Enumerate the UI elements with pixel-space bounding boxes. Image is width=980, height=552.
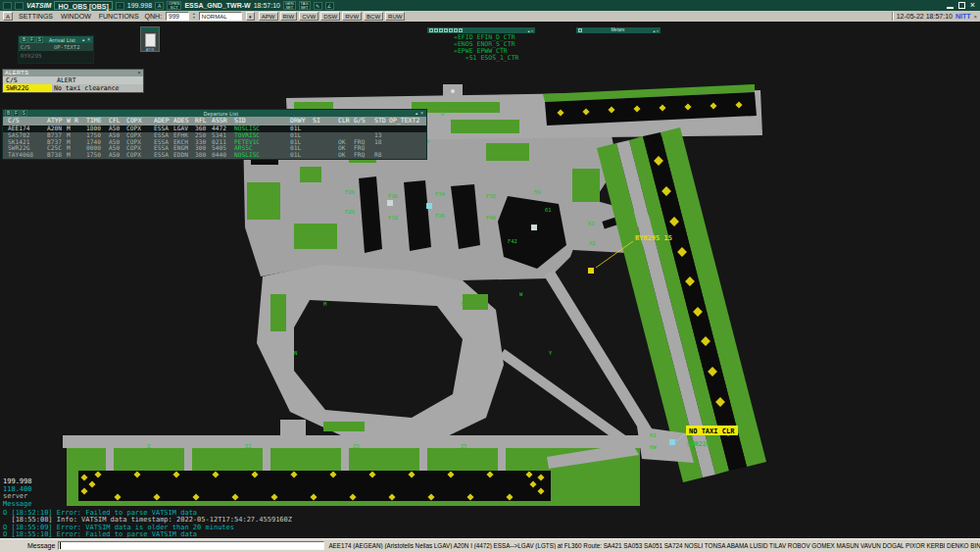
menu-right-area: 12-05-22 18:57:10 NITT ×: [892, 12, 977, 21]
taxiway-stand-label: F32: [388, 215, 398, 221]
alerts-titlebar[interactable]: ALERTS ×: [3, 70, 143, 76]
aircraft-symbol[interactable]: [669, 439, 675, 445]
atis-letter[interactable]: A: [155, 2, 164, 10]
chat-channel-list[interactable]: 199.998118.400serverMessage: [3, 478, 32, 508]
departure-list-header: C/SATYPWRTIMECFLCOPXADEPADESRFLASSRSIDDR…: [3, 117, 426, 125]
filter-b-button[interactable]: B: [5, 110, 12, 117]
atis-panel[interactable]: ATIS: [140, 26, 160, 52]
atis-panel-titlebar: [141, 27, 159, 31]
system-message-log: O [18:52:10] Error: Failed to parse VATS…: [3, 510, 292, 539]
aircraft-symbol[interactable]: [588, 268, 594, 274]
taxiway-stand-label: S: [461, 301, 464, 307]
chat-channel[interactable]: Message: [3, 501, 32, 509]
filter-s-button[interactable]: S: [36, 36, 43, 43]
qnh-label: QNH:: [145, 13, 163, 20]
airport-button[interactable]: A: [3, 12, 13, 21]
measure-icon[interactable]: ∠: [325, 2, 334, 10]
taxiway-stand-label: 61: [545, 207, 552, 213]
minimize-button[interactable]: [947, 2, 954, 9]
qnh-input[interactable]: 999: [166, 12, 189, 21]
arrival-list-header: C/S OP-TEXT2: [19, 43, 93, 51]
close-icon[interactable]: ×: [138, 70, 141, 76]
quick-screen-button[interactable]: DSW: [320, 12, 340, 21]
taxiway-stand-label: F36: [435, 213, 445, 219]
date-time: 12-05-22 18:57:10: [897, 13, 953, 20]
departure-list-titlebar[interactable]: B F S Departure List ▴ ×: [3, 110, 426, 117]
filter-b-button[interactable]: B: [21, 36, 27, 43]
taxiway-stand-label: 59: [534, 189, 541, 195]
taxiway-stand-label: 63: [588, 221, 595, 226]
departure-row[interactable]: SWR22GC25CM0000A50COPXESSAENGM3005405ARS…: [3, 145, 426, 152]
controller-entry[interactable]: «S1 ESOS_1_CTR: [454, 55, 519, 62]
open-sct-button[interactable]: OPEN SCT: [167, 1, 181, 10]
close-icon[interactable]: ×: [86, 37, 91, 42]
filter-f-button[interactable]: F: [28, 36, 35, 43]
mode-select[interactable]: NORMAL: [199, 12, 242, 21]
collapse-icon[interactable]: ▴: [415, 111, 418, 116]
menu-functions[interactable]: FUNCTIONS: [97, 13, 141, 20]
aircraft-symbol[interactable]: [426, 203, 432, 209]
alert-label-text: NO TAXI CLR: [689, 427, 735, 435]
primary-frequency: 199.998: [127, 2, 152, 9]
connect-icon[interactable]: [3, 2, 12, 10]
taxiway-stand-label: Z3: [353, 443, 360, 449]
callsign-box[interactable]: HO_OBS [OBS]: [54, 1, 112, 10]
aircraft-symbol[interactable]: [531, 225, 537, 230]
arrival-list-titlebar[interactable]: B F S Arrival List ▴ ×: [19, 36, 93, 43]
quick-screen-button[interactable]: RUW: [385, 12, 405, 21]
quick-screen-button[interactable]: CVW: [299, 12, 318, 21]
airport-ground-map[interactable]: X2K1KWF26F28F30F32F34F36F38F40F42G2G4G6G…: [0, 0, 980, 552]
taxiway-stand-label: F34: [435, 191, 446, 197]
title-bar: VATSIM HO_OBS [OBS] ◦ 199.998 A OPEN SCT…: [0, 0, 980, 11]
departure-row[interactable]: TAY4068B738M1750A50COPXESSAEDDN3800440NO…: [3, 152, 426, 159]
quick-screen-button[interactable]: RVW: [342, 12, 362, 21]
taxiway-stand-label: N: [294, 350, 297, 356]
menu-bar: A SETTINGS WINDOW FUNCTIONS QNH: 999 ▴▾ …: [0, 11, 980, 22]
voice-icon[interactable]: ◦: [116, 2, 124, 10]
maximize-button[interactable]: [958, 2, 965, 9]
mode-dropdown-arrow[interactable]: ▾: [246, 12, 255, 21]
aircraft-label-swr22g[interactable]: SWR22G: [687, 440, 710, 448]
taxiway-stand-label: X2: [589, 240, 596, 246]
minibar-controls[interactable]: ▴ ×: [654, 28, 659, 33]
taxiway-stand-label: Y: [549, 350, 553, 356]
arrival-list-title: Arrival List: [44, 37, 80, 43]
metar-minibar[interactable]: Metars ▴ ×: [576, 27, 661, 33]
alert-row[interactable]: SWR22G No taxi clearance: [3, 84, 143, 92]
departure-row[interactable]: AEE174A20NM1800A50COPXESSALGAV3604472NOS…: [3, 125, 426, 132]
minibar-controls[interactable]: ▴ ×: [528, 28, 533, 33]
euroscope-app: { "colors":{"titlebar_green":"#134639","…: [0, 0, 980, 552]
collapse-icon[interactable]: ▴: [81, 37, 85, 42]
taxiway-stand-label: F38: [486, 193, 496, 199]
edit-icon[interactable]: ✎: [314, 2, 322, 10]
quick-screen-button[interactable]: RIW: [280, 12, 298, 21]
command-input[interactable]: [58, 541, 324, 550]
aircraft-label-ryr295[interactable]: RYR295 15: [635, 234, 672, 242]
chat-tab-close-icon[interactable]: ×: [973, 14, 977, 20]
filter-s-button[interactable]: S: [21, 110, 27, 117]
close-icon[interactable]: ×: [419, 111, 424, 116]
disconnect-icon[interactable]: [15, 2, 24, 10]
arrival-row[interactable]: RYR295: [21, 52, 91, 59]
window-controls: ×: [947, 1, 975, 10]
quick-screen-button[interactable]: BCW: [364, 12, 383, 21]
filter-f-button[interactable]: F: [13, 110, 20, 117]
controller-list[interactable]: «EFID EFIN_D_CTR«ENOS ENOR_S_CTR«EPWE EP…: [454, 34, 519, 62]
departure-row[interactable]: SAS702B737M1750A50COPXESSAEFHK2505341TOV…: [3, 132, 426, 139]
tag-settings-button[interactable]: TAG SET: [299, 1, 311, 10]
alert-callsign[interactable]: SWR22G: [3, 84, 52, 92]
active-station[interactable]: ESSA_GND_TWR-W: [184, 2, 250, 9]
menu-settings[interactable]: SETTINGS: [17, 13, 55, 20]
menu-window[interactable]: WINDOW: [59, 13, 93, 20]
qnh-spinner[interactable]: ▴▾: [193, 13, 195, 20]
aircraft-symbol[interactable]: [387, 200, 393, 206]
departure-list-body: AEE174A20NM1800A50COPXESSALGAV3604472NOS…: [3, 125, 426, 159]
close-button[interactable]: ×: [970, 1, 975, 10]
departure-row[interactable]: SK1421B737M1740A50COPXESSAEKCH3300211PET…: [3, 139, 426, 146]
general-settings-button[interactable]: GEN SET: [283, 1, 296, 10]
quick-screen-button[interactable]: APW: [259, 12, 278, 21]
chat-tab-nitt[interactable]: NITT: [956, 13, 971, 20]
arrival-list-window: B F S Arrival List ▴ × C/S OP-TEXT2 RYR2…: [18, 35, 94, 64]
vatsim-logo: VATSIM: [26, 2, 51, 9]
alert-message: No taxi clearance: [52, 84, 143, 92]
